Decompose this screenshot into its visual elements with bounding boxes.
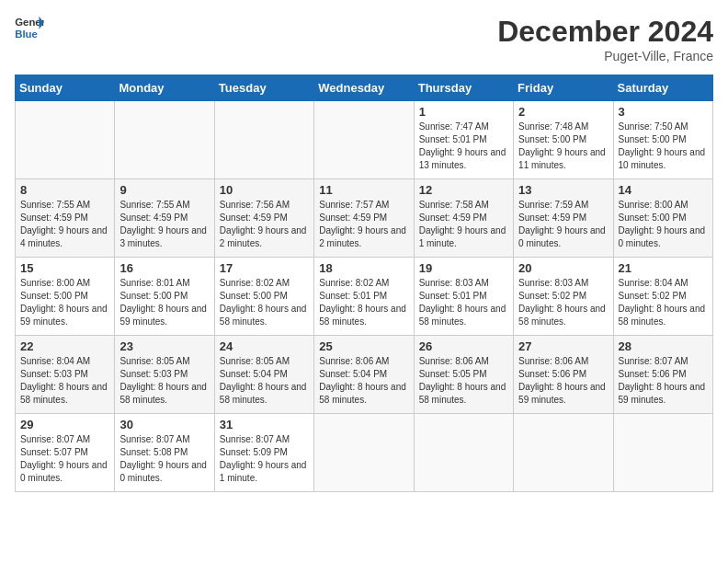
day-info: Sunrise: 8:02 AMSunset: 5:01 PMDaylight:… <box>319 277 408 328</box>
day-number: 14 <box>619 183 708 197</box>
calendar-cell: 11Sunrise: 7:57 AMSunset: 4:59 PMDayligh… <box>314 179 414 258</box>
day-number: 28 <box>619 339 708 353</box>
calendar-cell: 2Sunrise: 7:48 AMSunset: 5:00 PMDaylight… <box>514 101 613 179</box>
day-number: 20 <box>518 261 608 275</box>
calendar-cell: 23Sunrise: 8:05 AMSunset: 5:03 PMDayligh… <box>115 336 214 414</box>
header-tuesday: Tuesday <box>214 75 313 101</box>
day-info: Sunrise: 7:48 AMSunset: 5:00 PMDaylight:… <box>518 121 608 172</box>
day-info: Sunrise: 8:06 AMSunset: 5:06 PMDaylight:… <box>518 355 608 407</box>
day-number: 31 <box>220 418 309 431</box>
day-number: 29 <box>20 418 109 431</box>
header-friday: Friday <box>514 75 613 101</box>
day-number: 1 <box>419 105 508 119</box>
day-info: Sunrise: 7:47 AMSunset: 5:01 PMDaylight:… <box>419 121 508 172</box>
day-info: Sunrise: 8:05 AMSunset: 5:04 PMDaylight:… <box>220 355 309 407</box>
calendar-cell: 13Sunrise: 7:59 AMSunset: 4:59 PMDayligh… <box>514 179 613 258</box>
calendar-cell: 29Sunrise: 8:07 AMSunset: 5:07 PMDayligh… <box>16 414 115 492</box>
calendar-week-row: 8Sunrise: 7:55 AMSunset: 4:59 PMDaylight… <box>16 179 713 258</box>
header-thursday: Thursday <box>414 75 513 101</box>
calendar-cell: 14Sunrise: 8:00 AMSunset: 5:00 PMDayligh… <box>613 179 712 258</box>
day-number: 25 <box>319 339 408 353</box>
calendar-cell <box>16 101 115 179</box>
day-info: Sunrise: 7:50 AMSunset: 5:00 PMDaylight:… <box>619 121 708 172</box>
calendar-cell: 10Sunrise: 7:56 AMSunset: 4:59 PMDayligh… <box>214 179 313 258</box>
day-number: 27 <box>518 339 608 353</box>
header-sunday: Sunday <box>16 75 115 101</box>
day-number: 11 <box>319 183 408 197</box>
calendar-cell: 28Sunrise: 8:07 AMSunset: 5:06 PMDayligh… <box>613 336 712 414</box>
day-number: 30 <box>119 418 209 431</box>
day-info: Sunrise: 8:07 AMSunset: 5:09 PMDaylight:… <box>220 433 309 485</box>
calendar-cell <box>314 101 414 179</box>
day-number: 13 <box>518 183 608 197</box>
calendar-cell: 21Sunrise: 8:04 AMSunset: 5:02 PMDayligh… <box>613 258 712 336</box>
day-info: Sunrise: 7:58 AMSunset: 4:59 PMDaylight:… <box>419 199 508 250</box>
day-number: 23 <box>119 339 209 353</box>
day-info: Sunrise: 7:55 AMSunset: 4:59 PMDaylight:… <box>119 199 209 250</box>
day-info: Sunrise: 8:05 AMSunset: 5:03 PMDaylight:… <box>119 355 209 407</box>
day-info: Sunrise: 7:56 AMSunset: 4:59 PMDaylight:… <box>220 199 309 250</box>
calendar-cell: 22Sunrise: 8:04 AMSunset: 5:03 PMDayligh… <box>16 336 115 414</box>
calendar-cell <box>314 414 414 492</box>
calendar-cell: 9Sunrise: 7:55 AMSunset: 4:59 PMDaylight… <box>115 179 214 258</box>
month-title: December 2024 <box>497 15 713 49</box>
logo: General Blue <box>15 15 44 40</box>
calendar-cell: 15Sunrise: 8:00 AMSunset: 5:00 PMDayligh… <box>16 258 115 336</box>
calendar-week-row: 29Sunrise: 8:07 AMSunset: 5:07 PMDayligh… <box>16 414 713 492</box>
calendar-header-row: SundayMondayTuesdayWednesdayThursdayFrid… <box>16 75 713 101</box>
day-info: Sunrise: 8:01 AMSunset: 5:00 PMDaylight:… <box>119 277 209 328</box>
calendar-cell: 12Sunrise: 7:58 AMSunset: 4:59 PMDayligh… <box>414 179 513 258</box>
day-info: Sunrise: 8:04 AMSunset: 5:03 PMDaylight:… <box>20 355 109 407</box>
calendar-cell: 20Sunrise: 8:03 AMSunset: 5:02 PMDayligh… <box>514 258 613 336</box>
calendar-cell: 8Sunrise: 7:55 AMSunset: 4:59 PMDaylight… <box>16 179 115 258</box>
logo-icon: General Blue <box>15 15 44 40</box>
calendar-cell: 16Sunrise: 8:01 AMSunset: 5:00 PMDayligh… <box>115 258 214 336</box>
day-number: 8 <box>20 183 109 197</box>
day-info: Sunrise: 8:07 AMSunset: 5:07 PMDaylight:… <box>20 433 109 485</box>
day-info: Sunrise: 7:57 AMSunset: 4:59 PMDaylight:… <box>319 199 408 250</box>
day-info: Sunrise: 8:00 AMSunset: 5:00 PMDaylight:… <box>20 277 109 328</box>
calendar-body: 1Sunrise: 7:47 AMSunset: 5:01 PMDaylight… <box>16 101 713 492</box>
day-info: Sunrise: 7:59 AMSunset: 4:59 PMDaylight:… <box>518 199 608 250</box>
calendar-cell: 31Sunrise: 8:07 AMSunset: 5:09 PMDayligh… <box>214 414 313 492</box>
day-number: 22 <box>20 339 109 353</box>
calendar-cell: 25Sunrise: 8:06 AMSunset: 5:04 PMDayligh… <box>314 336 414 414</box>
day-info: Sunrise: 8:06 AMSunset: 5:04 PMDaylight:… <box>319 355 408 407</box>
calendar-cell: 18Sunrise: 8:02 AMSunset: 5:01 PMDayligh… <box>314 258 414 336</box>
header-saturday: Saturday <box>613 75 712 101</box>
day-info: Sunrise: 7:55 AMSunset: 4:59 PMDaylight:… <box>20 199 109 250</box>
day-info: Sunrise: 8:03 AMSunset: 5:01 PMDaylight:… <box>419 277 508 328</box>
calendar-week-row: 22Sunrise: 8:04 AMSunset: 5:03 PMDayligh… <box>16 336 713 414</box>
day-number: 17 <box>220 261 309 275</box>
calendar-cell: 24Sunrise: 8:05 AMSunset: 5:04 PMDayligh… <box>214 336 313 414</box>
calendar-cell: 27Sunrise: 8:06 AMSunset: 5:06 PMDayligh… <box>514 336 613 414</box>
calendar-cell: 30Sunrise: 8:07 AMSunset: 5:08 PMDayligh… <box>115 414 214 492</box>
calendar-cell <box>214 101 313 179</box>
calendar-cell: 3Sunrise: 7:50 AMSunset: 5:00 PMDaylight… <box>613 101 712 179</box>
day-info: Sunrise: 8:07 AMSunset: 5:06 PMDaylight:… <box>619 355 708 407</box>
calendar-week-row: 1Sunrise: 7:47 AMSunset: 5:01 PMDaylight… <box>16 101 713 179</box>
day-number: 19 <box>419 261 508 275</box>
day-number: 10 <box>220 183 309 197</box>
day-number: 15 <box>20 261 109 275</box>
day-info: Sunrise: 8:03 AMSunset: 5:02 PMDaylight:… <box>518 277 608 328</box>
page-header: General Blue December 2024 Puget-Ville, … <box>15 15 713 63</box>
title-area: December 2024 Puget-Ville, France <box>497 15 713 63</box>
svg-text:Blue: Blue <box>15 29 38 40</box>
calendar-cell <box>414 414 513 492</box>
day-number: 12 <box>419 183 508 197</box>
day-info: Sunrise: 8:02 AMSunset: 5:00 PMDaylight:… <box>220 277 309 328</box>
day-number: 16 <box>119 261 209 275</box>
calendar-cell: 1Sunrise: 7:47 AMSunset: 5:01 PMDaylight… <box>414 101 513 179</box>
calendar-cell <box>115 101 214 179</box>
day-number: 9 <box>119 183 209 197</box>
header-wednesday: Wednesday <box>314 75 414 101</box>
day-info: Sunrise: 8:06 AMSunset: 5:05 PMDaylight:… <box>419 355 508 407</box>
calendar-table: SundayMondayTuesdayWednesdayThursdayFrid… <box>15 75 713 492</box>
calendar-cell <box>514 414 613 492</box>
day-number: 3 <box>619 105 708 119</box>
calendar-cell: 19Sunrise: 8:03 AMSunset: 5:01 PMDayligh… <box>414 258 513 336</box>
day-number: 21 <box>619 261 708 275</box>
calendar-cell <box>613 414 712 492</box>
header-monday: Monday <box>115 75 214 101</box>
